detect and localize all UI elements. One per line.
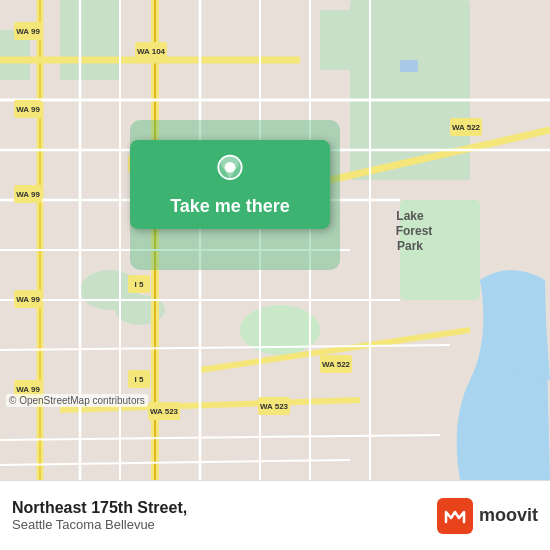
moovit-logo[interactable]: moovit bbox=[437, 498, 538, 534]
map-svg: WA 99 WA 99 WA 99 WA 99 WA 99 WA 104 I 5… bbox=[0, 0, 550, 480]
svg-text:WA 99: WA 99 bbox=[16, 27, 40, 36]
svg-text:WA 523: WA 523 bbox=[260, 402, 289, 411]
street-name: Northeast 175th Street, bbox=[12, 499, 187, 517]
svg-text:WA 99: WA 99 bbox=[16, 190, 40, 199]
address-info: Northeast 175th Street, Seattle Tacoma B… bbox=[12, 499, 187, 532]
svg-text:WA 99: WA 99 bbox=[16, 385, 40, 394]
copyright-text: © OpenStreetMap contributors bbox=[6, 394, 148, 407]
take-me-there-button[interactable]: Take me there bbox=[130, 140, 330, 229]
bottom-bar: Northeast 175th Street, Seattle Tacoma B… bbox=[0, 480, 550, 550]
location-pin-icon bbox=[212, 152, 248, 188]
svg-rect-4 bbox=[320, 10, 360, 70]
button-overlay: Take me there bbox=[130, 140, 330, 229]
svg-text:Lake: Lake bbox=[396, 209, 424, 223]
svg-rect-9 bbox=[400, 60, 418, 72]
moovit-logo-icon bbox=[443, 504, 467, 528]
map-view: WA 99 WA 99 WA 99 WA 99 WA 99 WA 104 I 5… bbox=[0, 0, 550, 480]
svg-text:Park: Park bbox=[397, 239, 423, 253]
take-me-there-label: Take me there bbox=[170, 196, 290, 217]
moovit-text: moovit bbox=[479, 505, 538, 526]
svg-text:Forest: Forest bbox=[396, 224, 433, 238]
svg-text:WA 522: WA 522 bbox=[322, 360, 351, 369]
svg-text:WA 522: WA 522 bbox=[452, 123, 481, 132]
city-name: Seattle Tacoma Bellevue bbox=[12, 517, 187, 532]
svg-text:WA 104: WA 104 bbox=[137, 47, 166, 56]
svg-text:WA 523: WA 523 bbox=[150, 407, 179, 416]
svg-text:I 5: I 5 bbox=[135, 280, 144, 289]
svg-text:I 5: I 5 bbox=[135, 375, 144, 384]
svg-text:WA 99: WA 99 bbox=[16, 295, 40, 304]
moovit-icon bbox=[437, 498, 473, 534]
svg-rect-1 bbox=[60, 0, 120, 80]
svg-text:WA 99: WA 99 bbox=[16, 105, 40, 114]
